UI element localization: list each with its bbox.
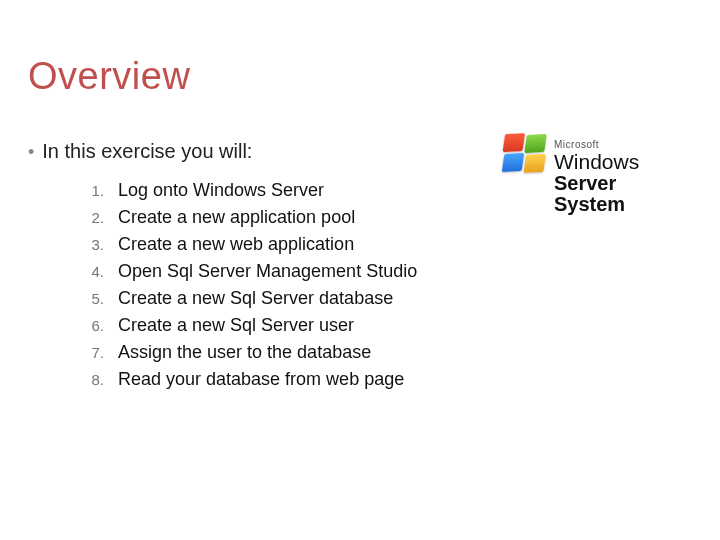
list-item: 7. Assign the user to the database bbox=[64, 342, 444, 363]
step-text: Create a new Sql Server user bbox=[118, 315, 354, 336]
step-text: Create a new application pool bbox=[118, 207, 355, 228]
windows-server-system-logo: Microsoft Windows Server System bbox=[490, 133, 690, 248]
step-number: 2. bbox=[64, 209, 104, 226]
steps-list: 1. Log onto Windows Server 2. Create a n… bbox=[64, 180, 444, 396]
list-item: 1. Log onto Windows Server bbox=[64, 180, 444, 201]
logo-text: Microsoft Windows Server System bbox=[554, 139, 690, 215]
step-text: Create a new web application bbox=[118, 234, 354, 255]
step-number: 8. bbox=[64, 371, 104, 388]
windows-flag-icon bbox=[499, 132, 549, 178]
slide: Overview • In this exercise you will: 1.… bbox=[0, 0, 720, 540]
list-item: 6. Create a new Sql Server user bbox=[64, 315, 444, 336]
list-item: 2. Create a new application pool bbox=[64, 207, 444, 228]
logo-brand-small: Microsoft bbox=[554, 139, 690, 150]
intro-text: In this exercise you will: bbox=[42, 140, 252, 163]
step-number: 4. bbox=[64, 263, 104, 280]
bullet-icon: • bbox=[28, 143, 34, 161]
step-text: Create a new Sql Server database bbox=[118, 288, 393, 309]
slide-title: Overview bbox=[28, 55, 190, 98]
step-text: Open Sql Server Management Studio bbox=[118, 261, 417, 282]
step-number: 6. bbox=[64, 317, 104, 334]
step-number: 7. bbox=[64, 344, 104, 361]
list-item: 8. Read your database from web page bbox=[64, 369, 444, 390]
step-text: Assign the user to the database bbox=[118, 342, 371, 363]
list-item: 4. Open Sql Server Management Studio bbox=[64, 261, 444, 282]
logo-line-server-system: Server System bbox=[554, 173, 690, 215]
step-text: Read your database from web page bbox=[118, 369, 404, 390]
step-number: 1. bbox=[64, 182, 104, 199]
step-number: 5. bbox=[64, 290, 104, 307]
list-item: 5. Create a new Sql Server database bbox=[64, 288, 444, 309]
step-number: 3. bbox=[64, 236, 104, 253]
logo-line-windows: Windows bbox=[554, 151, 690, 173]
list-item: 3. Create a new web application bbox=[64, 234, 444, 255]
step-text: Log onto Windows Server bbox=[118, 180, 324, 201]
intro-line: • In this exercise you will: bbox=[28, 140, 252, 163]
